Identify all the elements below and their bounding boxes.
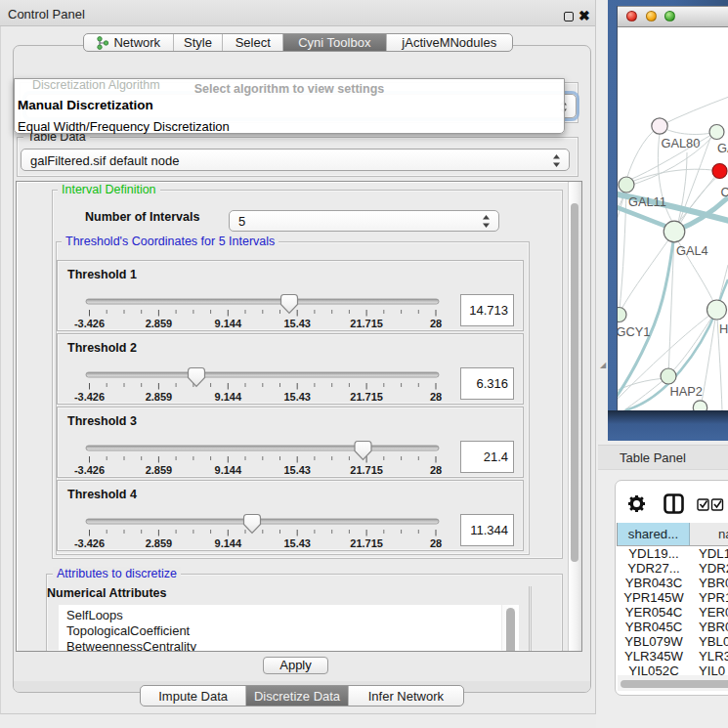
svg-text:9.144: 9.144 — [215, 391, 242, 403]
svg-text:GA: GA — [717, 141, 728, 155]
svg-text:GCY1: GCY1 — [618, 324, 650, 339]
svg-text:2.859: 2.859 — [146, 464, 173, 476]
svg-text:15.43: 15.43 — [283, 391, 311, 403]
svg-text:2.859: 2.859 — [146, 318, 173, 329]
svg-text:15.43: 15.43 — [283, 537, 311, 549]
svg-text:HAP2: HAP2 — [670, 384, 703, 399]
svg-text:9.144: 9.144 — [215, 537, 242, 549]
svg-text:28: 28 — [430, 391, 442, 403]
svg-text:GAL80: GAL80 — [662, 136, 701, 150]
svg-text:28: 28 — [430, 318, 442, 329]
svg-text:GAL11: GAL11 — [628, 194, 666, 209]
svg-text:21.715: 21.715 — [350, 391, 383, 403]
svg-text:15.43: 15.43 — [283, 464, 311, 476]
svg-text:C: C — [721, 185, 728, 199]
svg-text:9.144: 9.144 — [215, 464, 242, 476]
svg-text:-3.426: -3.426 — [74, 318, 105, 329]
svg-text:9.144: 9.144 — [215, 318, 242, 329]
svg-text:-3.426: -3.426 — [74, 537, 105, 549]
svg-text:H: H — [719, 321, 728, 336]
svg-text:-3.426: -3.426 — [74, 464, 105, 476]
svg-text:21.715: 21.715 — [350, 537, 383, 549]
svg-text:-3.426: -3.426 — [74, 391, 105, 403]
svg-text:21.715: 21.715 — [350, 464, 383, 476]
svg-text:2.859: 2.859 — [146, 391, 173, 403]
svg-text:28: 28 — [430, 464, 442, 476]
svg-text:2.859: 2.859 — [146, 537, 173, 549]
svg-text:15.43: 15.43 — [283, 318, 311, 329]
svg-text:GAL4: GAL4 — [676, 243, 708, 258]
svg-text:28: 28 — [430, 537, 442, 549]
svg-text:21.715: 21.715 — [350, 318, 383, 329]
